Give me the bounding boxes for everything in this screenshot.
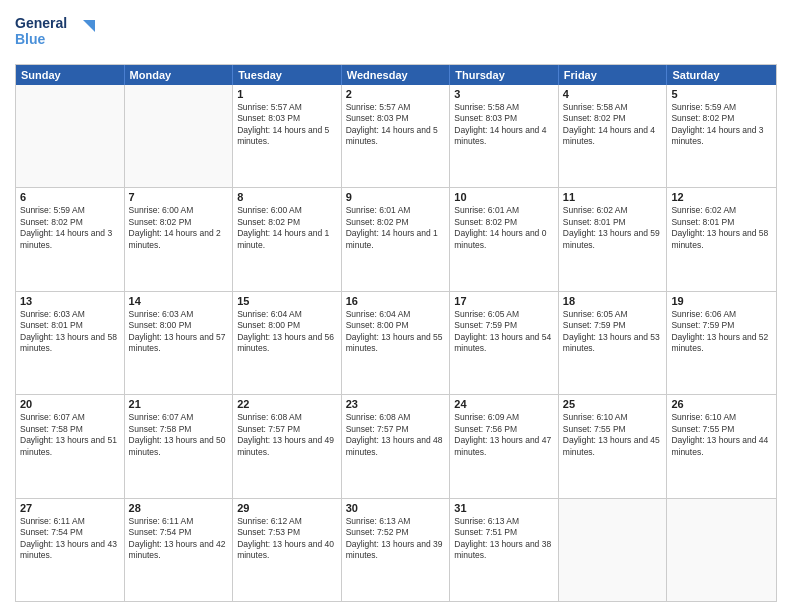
svg-text:Blue: Blue [15, 31, 46, 47]
day-number: 30 [346, 502, 446, 514]
cell-text: Sunrise: 6:11 AMSunset: 7:54 PMDaylight:… [129, 516, 229, 562]
day-number: 12 [671, 191, 772, 203]
cell-text: Sunrise: 5:59 AMSunset: 8:02 PMDaylight:… [671, 102, 772, 148]
cell-text: Sunrise: 6:01 AMSunset: 8:02 PMDaylight:… [346, 205, 446, 251]
cal-cell: 13Sunrise: 6:03 AMSunset: 8:01 PMDayligh… [16, 292, 125, 394]
day-number: 7 [129, 191, 229, 203]
cell-text: Sunrise: 6:03 AMSunset: 8:00 PMDaylight:… [129, 309, 229, 355]
cell-text: Sunrise: 6:07 AMSunset: 7:58 PMDaylight:… [20, 412, 120, 458]
cell-text: Sunrise: 5:58 AMSunset: 8:03 PMDaylight:… [454, 102, 554, 148]
cal-cell: 20Sunrise: 6:07 AMSunset: 7:58 PMDayligh… [16, 395, 125, 497]
day-number: 24 [454, 398, 554, 410]
cal-cell: 16Sunrise: 6:04 AMSunset: 8:00 PMDayligh… [342, 292, 451, 394]
cal-cell: 26Sunrise: 6:10 AMSunset: 7:55 PMDayligh… [667, 395, 776, 497]
logo-text: General Blue [15, 10, 115, 56]
week-row-4: 20Sunrise: 6:07 AMSunset: 7:58 PMDayligh… [16, 394, 776, 497]
day-number: 9 [346, 191, 446, 203]
cell-text: Sunrise: 6:04 AMSunset: 8:00 PMDaylight:… [237, 309, 337, 355]
cal-cell: 17Sunrise: 6:05 AMSunset: 7:59 PMDayligh… [450, 292, 559, 394]
day-number: 15 [237, 295, 337, 307]
cal-cell: 14Sunrise: 6:03 AMSunset: 8:00 PMDayligh… [125, 292, 234, 394]
cal-cell: 1Sunrise: 5:57 AMSunset: 8:03 PMDaylight… [233, 85, 342, 187]
day-number: 11 [563, 191, 663, 203]
day-number: 29 [237, 502, 337, 514]
cell-text: Sunrise: 6:01 AMSunset: 8:02 PMDaylight:… [454, 205, 554, 251]
calendar-body: 1Sunrise: 5:57 AMSunset: 8:03 PMDaylight… [16, 85, 776, 601]
cal-cell: 18Sunrise: 6:05 AMSunset: 7:59 PMDayligh… [559, 292, 668, 394]
cell-text: Sunrise: 5:59 AMSunset: 8:02 PMDaylight:… [20, 205, 120, 251]
cell-text: Sunrise: 6:11 AMSunset: 7:54 PMDaylight:… [20, 516, 120, 562]
cal-cell [559, 499, 668, 601]
day-number: 14 [129, 295, 229, 307]
calendar: SundayMondayTuesdayWednesdayThursdayFrid… [15, 64, 777, 602]
cal-cell: 7Sunrise: 6:00 AMSunset: 8:02 PMDaylight… [125, 188, 234, 290]
week-row-3: 13Sunrise: 6:03 AMSunset: 8:01 PMDayligh… [16, 291, 776, 394]
cal-cell: 3Sunrise: 5:58 AMSunset: 8:03 PMDaylight… [450, 85, 559, 187]
cal-cell: 19Sunrise: 6:06 AMSunset: 7:59 PMDayligh… [667, 292, 776, 394]
svg-marker-1 [83, 20, 95, 32]
cell-text: Sunrise: 6:00 AMSunset: 8:02 PMDaylight:… [129, 205, 229, 251]
day-number: 17 [454, 295, 554, 307]
cal-cell: 22Sunrise: 6:08 AMSunset: 7:57 PMDayligh… [233, 395, 342, 497]
cal-cell: 28Sunrise: 6:11 AMSunset: 7:54 PMDayligh… [125, 499, 234, 601]
cal-cell: 24Sunrise: 6:09 AMSunset: 7:56 PMDayligh… [450, 395, 559, 497]
cal-cell: 12Sunrise: 6:02 AMSunset: 8:01 PMDayligh… [667, 188, 776, 290]
week-row-1: 1Sunrise: 5:57 AMSunset: 8:03 PMDaylight… [16, 85, 776, 187]
day-number: 31 [454, 502, 554, 514]
cal-cell: 9Sunrise: 6:01 AMSunset: 8:02 PMDaylight… [342, 188, 451, 290]
day-number: 27 [20, 502, 120, 514]
header-day-friday: Friday [559, 65, 668, 85]
cell-text: Sunrise: 5:58 AMSunset: 8:02 PMDaylight:… [563, 102, 663, 148]
header: General Blue [15, 10, 777, 56]
day-number: 16 [346, 295, 446, 307]
header-day-monday: Monday [125, 65, 234, 85]
cell-text: Sunrise: 6:03 AMSunset: 8:01 PMDaylight:… [20, 309, 120, 355]
cell-text: Sunrise: 6:09 AMSunset: 7:56 PMDaylight:… [454, 412, 554, 458]
page: General Blue SundayMondayTuesdayWednesda… [0, 0, 792, 612]
cell-text: Sunrise: 6:12 AMSunset: 7:53 PMDaylight:… [237, 516, 337, 562]
day-number: 19 [671, 295, 772, 307]
cal-cell: 15Sunrise: 6:04 AMSunset: 8:00 PMDayligh… [233, 292, 342, 394]
day-number: 20 [20, 398, 120, 410]
day-number: 8 [237, 191, 337, 203]
week-row-5: 27Sunrise: 6:11 AMSunset: 7:54 PMDayligh… [16, 498, 776, 601]
cal-cell: 6Sunrise: 5:59 AMSunset: 8:02 PMDaylight… [16, 188, 125, 290]
logo: General Blue [15, 10, 115, 56]
svg-text:General: General [15, 15, 67, 31]
day-number: 2 [346, 88, 446, 100]
cell-text: Sunrise: 6:05 AMSunset: 7:59 PMDaylight:… [454, 309, 554, 355]
header-day-wednesday: Wednesday [342, 65, 451, 85]
cal-cell: 27Sunrise: 6:11 AMSunset: 7:54 PMDayligh… [16, 499, 125, 601]
day-number: 5 [671, 88, 772, 100]
cell-text: Sunrise: 6:04 AMSunset: 8:00 PMDaylight:… [346, 309, 446, 355]
day-number: 25 [563, 398, 663, 410]
day-number: 18 [563, 295, 663, 307]
cell-text: Sunrise: 6:02 AMSunset: 8:01 PMDaylight:… [563, 205, 663, 251]
cell-text: Sunrise: 6:05 AMSunset: 7:59 PMDaylight:… [563, 309, 663, 355]
day-number: 4 [563, 88, 663, 100]
day-number: 26 [671, 398, 772, 410]
cal-cell: 2Sunrise: 5:57 AMSunset: 8:03 PMDaylight… [342, 85, 451, 187]
cal-cell: 4Sunrise: 5:58 AMSunset: 8:02 PMDaylight… [559, 85, 668, 187]
day-number: 6 [20, 191, 120, 203]
cal-cell: 30Sunrise: 6:13 AMSunset: 7:52 PMDayligh… [342, 499, 451, 601]
cell-text: Sunrise: 5:57 AMSunset: 8:03 PMDaylight:… [346, 102, 446, 148]
day-number: 22 [237, 398, 337, 410]
calendar-header: SundayMondayTuesdayWednesdayThursdayFrid… [16, 65, 776, 85]
header-day-sunday: Sunday [16, 65, 125, 85]
week-row-2: 6Sunrise: 5:59 AMSunset: 8:02 PMDaylight… [16, 187, 776, 290]
cell-text: Sunrise: 6:08 AMSunset: 7:57 PMDaylight:… [346, 412, 446, 458]
day-number: 1 [237, 88, 337, 100]
day-number: 10 [454, 191, 554, 203]
cell-text: Sunrise: 6:13 AMSunset: 7:51 PMDaylight:… [454, 516, 554, 562]
cell-text: Sunrise: 6:10 AMSunset: 7:55 PMDaylight:… [671, 412, 772, 458]
cal-cell: 8Sunrise: 6:00 AMSunset: 8:02 PMDaylight… [233, 188, 342, 290]
cal-cell: 25Sunrise: 6:10 AMSunset: 7:55 PMDayligh… [559, 395, 668, 497]
header-day-thursday: Thursday [450, 65, 559, 85]
day-number: 21 [129, 398, 229, 410]
cal-cell [667, 499, 776, 601]
cell-text: Sunrise: 6:00 AMSunset: 8:02 PMDaylight:… [237, 205, 337, 251]
cell-text: Sunrise: 6:10 AMSunset: 7:55 PMDaylight:… [563, 412, 663, 458]
cell-text: Sunrise: 5:57 AMSunset: 8:03 PMDaylight:… [237, 102, 337, 148]
cal-cell: 11Sunrise: 6:02 AMSunset: 8:01 PMDayligh… [559, 188, 668, 290]
